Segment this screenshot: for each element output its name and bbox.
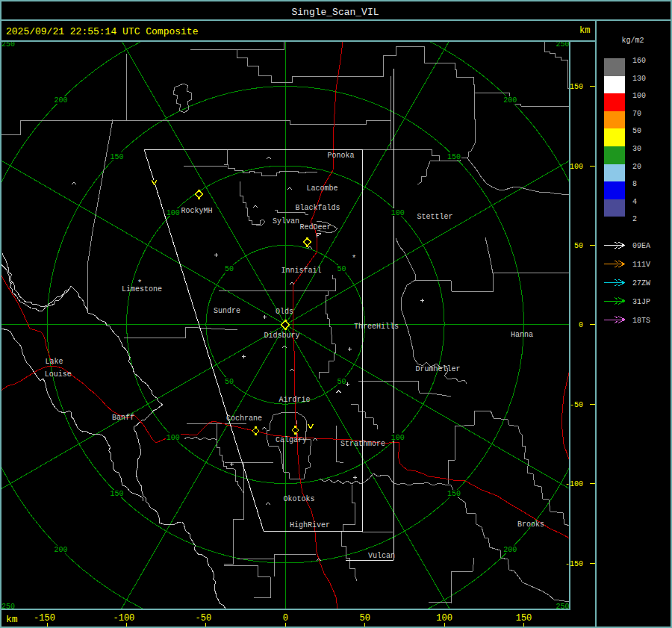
- svg-text:200: 200: [503, 96, 517, 105]
- svg-text:50: 50: [225, 378, 234, 386]
- svg-text:50: 50: [337, 265, 346, 273]
- svg-text:4: 4: [632, 198, 637, 206]
- svg-text:50: 50: [337, 378, 346, 386]
- svg-text:*: *: [137, 279, 143, 287]
- svg-text:Brooks: Brooks: [517, 520, 544, 529]
- svg-text:RockyMH: RockyMH: [181, 207, 212, 215]
- svg-text:50: 50: [359, 613, 370, 624]
- svg-text:200: 200: [503, 546, 517, 554]
- svg-text:RedDeer: RedDeer: [299, 223, 331, 231]
- svg-text:0: 0: [283, 613, 288, 624]
- svg-text:200: 200: [54, 96, 67, 105]
- svg-text:150: 150: [516, 613, 532, 624]
- svg-text:km: km: [579, 25, 590, 36]
- svg-text:Okotoks: Okotoks: [283, 495, 314, 503]
- svg-text:-50: -50: [195, 613, 211, 624]
- svg-text:kg/m2: kg/m2: [622, 37, 644, 45]
- svg-text:Cochrane: Cochrane: [226, 414, 262, 423]
- svg-text:Didsbury: Didsbury: [264, 332, 299, 340]
- svg-text:100: 100: [391, 209, 405, 217]
- svg-text:Calgary: Calgary: [276, 436, 307, 444]
- svg-text:2025/09/21 22:55:14 UTC Compos: 2025/09/21 22:55:14 UTC Composite: [6, 26, 198, 37]
- svg-text:50: 50: [225, 265, 234, 273]
- svg-text:HighRiver: HighRiver: [290, 521, 330, 529]
- svg-text:100: 100: [167, 434, 180, 442]
- svg-text:Vulcan: Vulcan: [368, 552, 395, 560]
- svg-text:Olds: Olds: [276, 308, 293, 316]
- svg-text:18TS: 18TS: [632, 317, 650, 325]
- svg-text:09EA: 09EA: [632, 242, 650, 250]
- svg-text:200: 200: [54, 546, 67, 554]
- svg-text:150: 150: [447, 153, 461, 161]
- svg-text:Lacombe: Lacombe: [306, 184, 337, 193]
- svg-text:Sundre: Sundre: [214, 307, 240, 315]
- svg-text:100: 100: [570, 163, 583, 171]
- svg-text:Blackfalds: Blackfalds: [295, 204, 340, 212]
- svg-text:km: km: [6, 614, 18, 625]
- svg-text:Strathmore: Strathmore: [340, 440, 385, 448]
- svg-text:31JP: 31JP: [632, 298, 650, 306]
- svg-text:Louise: Louise: [45, 370, 72, 379]
- svg-text:50: 50: [574, 242, 583, 250]
- svg-text:Sylvan: Sylvan: [273, 217, 299, 226]
- svg-text:160: 160: [632, 57, 646, 65]
- svg-text:*: *: [352, 254, 357, 263]
- svg-text:Single_Scan_VIL: Single_Scan_VIL: [291, 7, 379, 18]
- svg-text:Hanna: Hanna: [511, 331, 533, 339]
- svg-text:70: 70: [632, 110, 641, 118]
- svg-text:150: 150: [570, 83, 583, 91]
- svg-text:Airdrie: Airdrie: [279, 396, 310, 404]
- svg-text:2: 2: [632, 215, 637, 223]
- svg-text:100: 100: [436, 613, 452, 624]
- svg-text:-150: -150: [565, 560, 583, 568]
- svg-text:-50: -50: [570, 401, 583, 409]
- svg-text:130: 130: [632, 75, 646, 83]
- svg-text:Ponoka: Ponoka: [327, 152, 354, 160]
- svg-text:30: 30: [632, 145, 641, 153]
- svg-text:27ZW: 27ZW: [632, 279, 650, 287]
- svg-text:100: 100: [391, 434, 405, 442]
- svg-text:0: 0: [579, 321, 583, 329]
- svg-text:Drumheller: Drumheller: [415, 365, 460, 373]
- svg-text:20: 20: [632, 163, 641, 171]
- svg-text:Lake: Lake: [45, 358, 63, 366]
- svg-text:-150: -150: [34, 613, 55, 624]
- svg-text:150: 150: [447, 490, 461, 498]
- svg-text:150: 150: [111, 490, 124, 498]
- svg-text:150: 150: [111, 153, 124, 161]
- svg-text:Banff: Banff: [112, 414, 134, 422]
- svg-text:50: 50: [632, 127, 641, 135]
- svg-text:100: 100: [167, 209, 180, 217]
- svg-text:-100: -100: [565, 480, 583, 488]
- svg-text:-100: -100: [113, 613, 134, 624]
- svg-text:100: 100: [632, 92, 646, 100]
- svg-text:8: 8: [632, 180, 637, 188]
- svg-text:ThreeHills: ThreeHills: [354, 323, 399, 331]
- svg-text:111V: 111V: [632, 261, 650, 269]
- svg-text:Stettler: Stettler: [417, 213, 452, 221]
- svg-text:Innisfail: Innisfail: [281, 267, 321, 275]
